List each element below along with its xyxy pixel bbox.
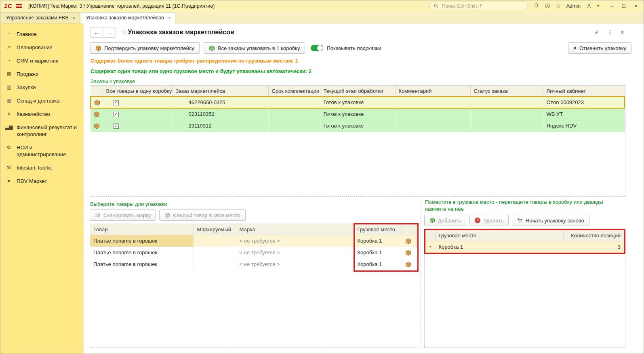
- order-comment: [395, 108, 470, 120]
- sidebar-item-main[interactable]: ≡Главное: [0, 27, 84, 41]
- product-name: Платье noname в горошек: [90, 235, 194, 247]
- order-number: 023110352: [172, 108, 268, 120]
- bar-chart-icon: ▃▆: [5, 124, 13, 131]
- package-icon: [94, 123, 100, 129]
- each-item-own-place-button[interactable]: Каждый товар в свое место: [159, 209, 246, 221]
- products-col-box[interactable]: Грузовое место: [354, 224, 402, 235]
- product-name: Платье noname в горошек: [90, 247, 194, 258]
- orders-col-deadline[interactable]: Срок комплектации: [268, 86, 320, 96]
- products-table: Товар Маркируемый Марка Грузовое место П…: [90, 224, 418, 348]
- sidebar-item-sales[interactable]: ▤Продажи: [0, 67, 84, 81]
- tab-fbs-orders[interactable]: Управление заказами FBS ×: [1, 12, 80, 23]
- tab-marketplace-packing[interactable]: Упаковка заказов маркетплейсов ×: [81, 12, 175, 23]
- pack-all-one-box-button[interactable]: Все заказы упаковать в 1 коробку: [204, 42, 305, 54]
- row-marker-icon: •: [425, 241, 435, 252]
- products-col-product[interactable]: Товар: [90, 224, 194, 235]
- sidebar-item-warehouse[interactable]: ▦Склад и доставка: [0, 94, 84, 107]
- orders-icon-column[interactable]: [90, 86, 103, 96]
- product-row[interactable]: Платье noname в горошек < не требуется >…: [90, 247, 418, 258]
- back-button[interactable]: ←: [90, 27, 103, 37]
- products-col-marked[interactable]: Маркируемый: [194, 224, 236, 235]
- products-panel: Выберите товары для упаковки Сканировать…: [90, 199, 418, 348]
- cargo-table-highlight: Грузовое место Количество позиций • Коро…: [424, 229, 625, 254]
- rocket-icon: ➤: [5, 178, 13, 184]
- order-status: [470, 96, 543, 108]
- user-name: Admin: [566, 3, 581, 9]
- order-stage: Готов к упаковке: [320, 96, 395, 108]
- order-stage: Готов к упаковке: [320, 120, 395, 132]
- product-mark: < не требуется >: [236, 258, 354, 270]
- sidebar-item-admin[interactable]: ⚙НСИ и администрирование: [0, 141, 84, 161]
- sidebar-item-purchases[interactable]: ▥Закупки: [0, 81, 84, 94]
- product-marked: [194, 247, 236, 258]
- product-marked: [194, 258, 236, 270]
- close-page-button[interactable]: ×: [621, 29, 624, 36]
- order-cabinet: WB УТ: [543, 108, 625, 120]
- orders-col-all-in-one[interactable]: Все товары в одну коробку: [103, 86, 172, 96]
- page-title: Упаковка заказов маркетплейсов: [128, 29, 234, 36]
- close-window-button[interactable]: ×: [632, 2, 640, 10]
- maximize-button[interactable]: □: [620, 2, 628, 10]
- cargo-buttons: Добавить Удалить Начать упаковку заново: [424, 215, 589, 226]
- sidebar-item-rdv-market[interactable]: ➤RDV Маркет: [0, 174, 84, 188]
- favorite-star-icon[interactable]: ☆: [121, 28, 128, 37]
- orders-col-order[interactable]: Заказ маркетплейса: [172, 86, 268, 96]
- green-package-icon: [429, 218, 435, 223]
- notifications-bell-icon[interactable]: [533, 3, 539, 9]
- orders-col-status[interactable]: Статус заказа: [470, 86, 543, 96]
- cargo-marker-column: [425, 230, 435, 241]
- orders-col-comment[interactable]: Комментарий: [395, 86, 470, 96]
- global-search[interactable]: [429, 2, 528, 10]
- user-menu-icon[interactable]: [586, 3, 592, 9]
- forward-button[interactable]: →: [103, 27, 116, 37]
- order-row[interactable]: 46220650-0325 Готов к упаковке Ozon 0509…: [90, 96, 625, 108]
- cancel-packing-button[interactable]: × Отменить упаковку: [568, 42, 631, 54]
- scan-mark-button[interactable]: Сканировать марку: [90, 209, 156, 221]
- sidebar-item-planning[interactable]: ↗Планирование: [0, 41, 84, 54]
- products-col-mark[interactable]: Марка: [236, 224, 354, 235]
- link-icon[interactable]: [593, 29, 600, 36]
- product-row[interactable]: Платье noname в горошек < не требуется >…: [90, 235, 418, 247]
- cancel-x-icon: ×: [573, 45, 577, 51]
- products-icon-column[interactable]: [402, 224, 418, 235]
- page-header: ← → ☆ Упаковка заказов маркетплейсов ⋮ ×: [84, 23, 644, 41]
- add-box-button[interactable]: Добавить: [424, 215, 466, 226]
- delete-box-button[interactable]: Удалить: [469, 215, 509, 226]
- cargo-col-box[interactable]: Грузовое место: [435, 230, 564, 241]
- tab-close-icon[interactable]: ×: [168, 15, 171, 21]
- sidebar-item-finance[interactable]: ▃▆Финансовый результат и контроллинг: [0, 121, 84, 141]
- orders-col-cabinet[interactable]: Личный кабинет: [543, 86, 625, 96]
- main-menu-icon[interactable]: [16, 4, 22, 8]
- package-icon: [95, 45, 101, 51]
- all-in-one-checkbox[interactable]: [114, 100, 119, 105]
- sidebar-item-infostart[interactable]: ⚒Infostart Toolkit: [0, 161, 84, 174]
- search-input[interactable]: [441, 3, 524, 9]
- minimize-button[interactable]: –: [608, 2, 616, 10]
- sidebar-item-treasury[interactable]: ¤Казначейство: [0, 107, 84, 121]
- cargo-col-count[interactable]: Количество позиций: [564, 230, 624, 241]
- cargo-hint: Поместите в грузовое место - перетащите …: [425, 199, 623, 212]
- all-in-one-checkbox[interactable]: [114, 124, 119, 129]
- notice-auto-pack-orders: Содержат один товар или одно грузовое ме…: [90, 68, 311, 74]
- orders-col-stage[interactable]: Текущий этап обработки: [320, 86, 395, 96]
- confirm-packing-button[interactable]: Подтвердить упаковку маркетплейсу: [90, 42, 200, 54]
- cargo-row[interactable]: • Коробка 1 3: [425, 241, 624, 252]
- more-menu-icon[interactable]: ⋮: [607, 29, 613, 36]
- 1c-logo: 1С: [4, 2, 12, 9]
- product-row[interactable]: Платье noname в горошек < не требуется >…: [90, 258, 418, 270]
- panel-splitter[interactable]: [421, 201, 421, 348]
- favorites-star-icon[interactable]: ☆: [556, 3, 561, 9]
- product-marked: [194, 235, 236, 247]
- order-row[interactable]: 023110352 Готов к упаковке WB УТ: [90, 108, 625, 120]
- currency-icon: ¤: [5, 111, 13, 117]
- order-cabinet: Яндекс RDV: [543, 120, 625, 132]
- restart-packing-button[interactable]: Начать упаковку заново: [512, 215, 589, 226]
- notice-multi-item-orders: Содержат более одного товара требуют рас…: [90, 58, 298, 64]
- tab-close-icon[interactable]: ×: [72, 15, 76, 21]
- cargo-box-name: Коробка 1: [435, 241, 564, 252]
- show-hints-toggle[interactable]: Показывать подсказки: [311, 45, 381, 51]
- sidebar-item-crm[interactable]: ◔CRM и маркетинг: [0, 54, 84, 67]
- history-icon[interactable]: [545, 3, 551, 9]
- all-in-one-checkbox[interactable]: [114, 112, 119, 117]
- order-row[interactable]: 23110312 Готов к упаковке Яндекс RDV: [90, 120, 625, 132]
